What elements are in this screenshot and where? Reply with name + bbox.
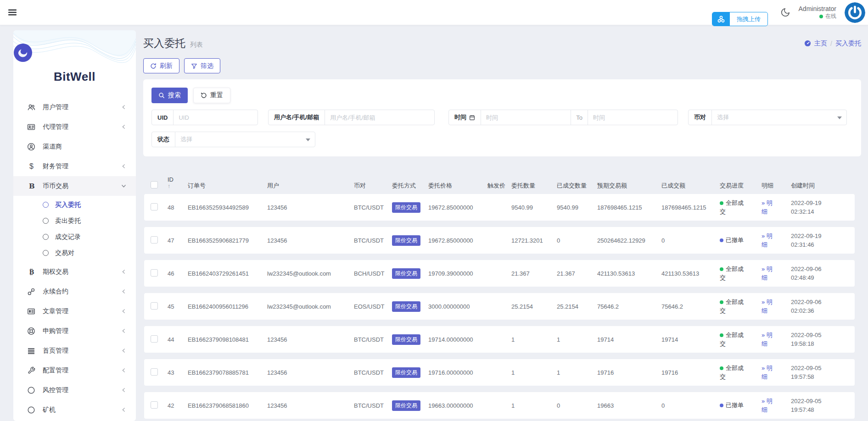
table-row: 47EB1663525906821779123456BTC/USDT限价交易19… [144, 227, 855, 254]
drag-upload-button[interactable]: 拖拽上传 [712, 12, 768, 26]
sidebar-item[interactable]: 配置管理 [13, 360, 136, 380]
column-header[interactable]: 委托方式 [392, 182, 428, 190]
row-checkbox[interactable] [151, 203, 158, 210]
sidebar-item-label: 渠道商 [43, 143, 127, 151]
sidebar-item-label: 矿机 [43, 406, 121, 414]
status-label: 状态 [152, 132, 175, 147]
sidebar-item[interactable]: 申购管理 [13, 321, 136, 341]
cell-amount: 1 [511, 369, 557, 376]
column-header[interactable]: 明细 [762, 182, 791, 190]
sidebar-item[interactable]: 代理管理 [13, 117, 136, 137]
sidebar-item-label: 财务管理 [43, 162, 121, 171]
lifering-icon [26, 327, 37, 335]
column-header[interactable]: 币对 [354, 182, 392, 190]
cell-amount: 9540.99 [511, 204, 557, 211]
chevron-left-icon [121, 387, 127, 393]
column-header[interactable]: 预期交易额 [597, 182, 661, 190]
column-header[interactable]: 委托数量 [511, 182, 557, 190]
select-all-checkbox[interactable] [151, 181, 158, 188]
status-dot-icon [720, 267, 723, 271]
cell-id: 44 [168, 336, 188, 343]
chevron-left-icon [121, 407, 127, 413]
time-from-input[interactable] [481, 110, 571, 125]
detail-link[interactable]: » 明细 [762, 298, 778, 316]
column-header[interactable]: 触发价 [487, 182, 511, 190]
cell-filled-amount: 187698465.1215 [661, 204, 720, 211]
avatar[interactable] [845, 2, 865, 23]
brand-block: BitWell [13, 30, 136, 90]
user-block[interactable]: Administrator 在线 [799, 5, 836, 20]
cell-filled-amount: 0 [661, 237, 720, 244]
column-header[interactable]: 交易进度 [720, 182, 762, 190]
row-checkbox[interactable] [151, 269, 158, 277]
sidebar-item[interactable]: 渠道商 [13, 137, 136, 156]
column-header[interactable]: 已成交数量 [557, 182, 597, 190]
column-header[interactable]: 创建时间 [791, 182, 855, 190]
detail-link[interactable]: » 明细 [762, 265, 778, 283]
detail-link[interactable]: » 明细 [762, 199, 778, 216]
sidebar-item[interactable]: 风控管理 [13, 380, 136, 400]
column-header[interactable]: 订单号 [188, 182, 267, 190]
detail-link[interactable]: » 明细 [762, 232, 778, 249]
detail-link[interactable]: » 明细 [762, 397, 778, 415]
chevron-left-icon [121, 308, 127, 314]
detail-link[interactable]: » 明细 [762, 331, 778, 349]
time-filter: 时间 To [448, 110, 678, 125]
column-header[interactable]: 已成交额 [661, 182, 720, 190]
sidebar-item[interactable]: 永续合约 [13, 282, 136, 301]
sidebar-subitem-label: 买入委托 [55, 201, 81, 209]
pair-select[interactable]: 选择 [712, 110, 846, 125]
circle-icon [43, 250, 49, 256]
time-to-input[interactable] [588, 110, 678, 125]
search-button[interactable]: 搜索 [151, 88, 188, 103]
coin-b-icon: B [26, 182, 37, 190]
cell-order-no: EB1662403729261451 [188, 270, 267, 277]
sidebar-item[interactable]: B币币交易 [13, 176, 136, 196]
cell-order-no: EB1663525934492589 [188, 204, 267, 211]
cell-expected-amount: 19663 [597, 402, 661, 409]
row-checkbox[interactable] [151, 302, 158, 310]
status-select[interactable]: 选择 [175, 132, 315, 147]
sidebar-subitem[interactable]: 买入委托 [13, 197, 136, 213]
table-row: 46EB1662403729261451lw232345@outlook.com… [144, 260, 855, 287]
uid-filter: UID [151, 110, 258, 125]
breadcrumb-home[interactable]: 主页 [814, 39, 827, 48]
filter-button[interactable]: 筛选 [184, 58, 220, 73]
column-header[interactable]: ID↑ [168, 177, 188, 190]
row-checkbox[interactable] [151, 401, 158, 409]
sidebar-item[interactable]: 文章管理 [13, 301, 136, 321]
svg-text:B: B [29, 182, 35, 190]
breadcrumb-current[interactable]: 买入委托 [835, 39, 861, 48]
order-type-badge: 限价交易 [392, 367, 420, 378]
user-input[interactable] [325, 110, 434, 125]
breadcrumb-separator: / [830, 40, 832, 47]
uid-input[interactable] [174, 110, 258, 125]
table-row: 48EB1663525934492589123456BTC/USDT限价交易19… [144, 194, 855, 221]
cell-id: 45 [168, 303, 188, 310]
sidebar-subitem[interactable]: 卖出委托 [13, 213, 136, 229]
sidebar-item[interactable]: 用户管理 [13, 97, 136, 117]
row-checkbox[interactable] [151, 236, 158, 244]
moon-icon[interactable] [780, 7, 790, 17]
chevron-left-icon [121, 348, 127, 354]
cell-pair: BTC/USDT [354, 237, 392, 244]
sidebar-subitem[interactable]: 成交记录 [13, 229, 136, 245]
refresh-button[interactable]: 刷新 [143, 58, 179, 73]
row-checkbox[interactable] [151, 368, 158, 376]
column-header[interactable]: 用户 [267, 182, 354, 190]
funnel-icon [191, 63, 197, 69]
hamburger-icon[interactable] [7, 7, 17, 17]
detail-link[interactable]: » 明细 [762, 364, 778, 382]
cell-user: 123456 [267, 336, 354, 343]
sidebar-item[interactable]: 矿机 [13, 400, 136, 420]
sidebar-subitem[interactable]: 交易对 [13, 245, 136, 261]
drag-upload-label: 拖拽上传 [730, 12, 767, 26]
reset-button[interactable]: 重置 [193, 88, 230, 103]
sidebar-item[interactable]: $财务管理 [13, 156, 136, 176]
user-filter: 用户名/手机/邮箱 [268, 110, 435, 125]
row-checkbox[interactable] [151, 335, 158, 343]
sidebar-item[interactable]: 首页管理 [13, 341, 136, 360]
sidebar-submenu: 买入委托卖出委托成交记录交易对 [13, 196, 136, 262]
column-header[interactable]: 委托价格 [428, 182, 487, 190]
sidebar-item[interactable]: B期权交易 [13, 262, 136, 282]
